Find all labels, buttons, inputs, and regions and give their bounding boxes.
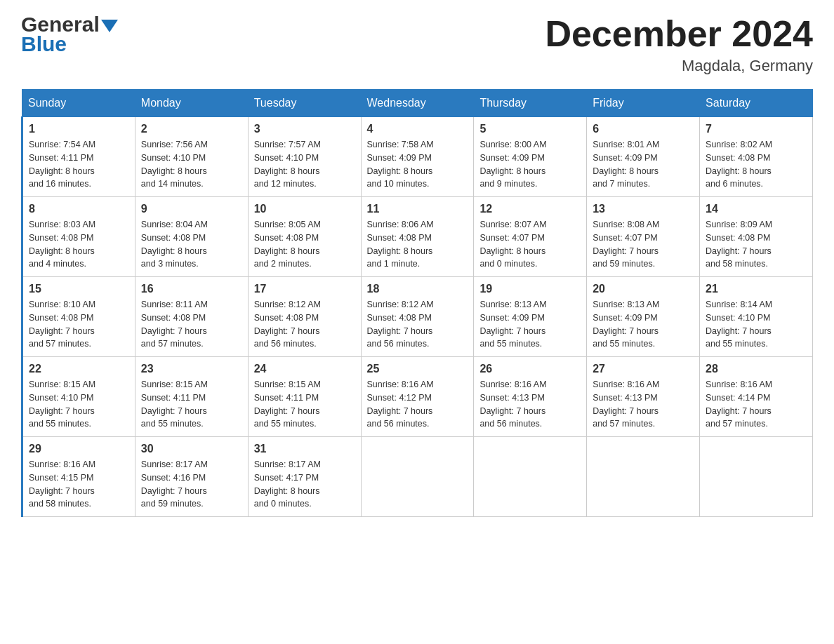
day-info: Sunrise: 8:08 AM Sunset: 4:07 PM Dayligh…	[593, 218, 694, 271]
logo: General Blue	[21, 14, 118, 55]
calendar-cell: 25Sunrise: 8:16 AM Sunset: 4:12 PM Dayli…	[361, 357, 474, 437]
day-info: Sunrise: 8:16 AM Sunset: 4:13 PM Dayligh…	[593, 378, 694, 431]
day-info: Sunrise: 7:57 AM Sunset: 4:10 PM Dayligh…	[254, 138, 355, 191]
weekday-header-sunday: Sunday	[22, 90, 135, 117]
day-number: 7	[706, 123, 807, 135]
calendar-cell: 8Sunrise: 8:03 AM Sunset: 4:08 PM Daylig…	[22, 197, 135, 277]
day-info: Sunrise: 8:15 AM Sunset: 4:10 PM Dayligh…	[29, 378, 129, 431]
week-row-5: 29Sunrise: 8:16 AM Sunset: 4:15 PM Dayli…	[22, 437, 813, 517]
calendar-cell	[700, 437, 813, 517]
weekday-header-tuesday: Tuesday	[248, 90, 361, 117]
calendar-cell: 3Sunrise: 7:57 AM Sunset: 4:10 PM Daylig…	[248, 117, 361, 197]
day-info: Sunrise: 8:16 AM Sunset: 4:14 PM Dayligh…	[706, 378, 807, 431]
day-number: 18	[367, 283, 468, 295]
day-info: Sunrise: 8:06 AM Sunset: 4:08 PM Dayligh…	[367, 218, 468, 271]
day-number: 10	[254, 203, 355, 215]
day-info: Sunrise: 8:04 AM Sunset: 4:08 PM Dayligh…	[141, 218, 242, 271]
calendar-cell: 28Sunrise: 8:16 AM Sunset: 4:14 PM Dayli…	[700, 357, 813, 437]
day-info: Sunrise: 8:07 AM Sunset: 4:07 PM Dayligh…	[479, 218, 581, 271]
day-info: Sunrise: 8:11 AM Sunset: 4:08 PM Dayligh…	[141, 298, 242, 351]
calendar-cell: 26Sunrise: 8:16 AM Sunset: 4:13 PM Dayli…	[474, 357, 587, 437]
day-number: 30	[141, 443, 242, 455]
day-info: Sunrise: 8:12 AM Sunset: 4:08 PM Dayligh…	[367, 298, 468, 351]
calendar-cell: 4Sunrise: 7:58 AM Sunset: 4:09 PM Daylig…	[361, 117, 474, 197]
calendar-cell: 12Sunrise: 8:07 AM Sunset: 4:07 PM Dayli…	[474, 197, 587, 277]
day-number: 4	[367, 123, 468, 135]
day-number: 23	[141, 363, 242, 375]
logo-arrow-icon	[101, 20, 118, 32]
day-number: 15	[29, 283, 129, 295]
calendar-cell: 27Sunrise: 8:16 AM Sunset: 4:13 PM Dayli…	[587, 357, 700, 437]
day-number: 31	[254, 443, 355, 455]
calendar-cell: 6Sunrise: 8:01 AM Sunset: 4:09 PM Daylig…	[587, 117, 700, 197]
day-number: 20	[593, 283, 694, 295]
day-info: Sunrise: 7:54 AM Sunset: 4:11 PM Dayligh…	[29, 138, 129, 191]
calendar-cell: 10Sunrise: 8:05 AM Sunset: 4:08 PM Dayli…	[248, 197, 361, 277]
week-row-1: 1Sunrise: 7:54 AM Sunset: 4:11 PM Daylig…	[22, 117, 813, 197]
day-info: Sunrise: 8:05 AM Sunset: 4:08 PM Dayligh…	[254, 218, 355, 271]
calendar-cell: 22Sunrise: 8:15 AM Sunset: 4:10 PM Dayli…	[22, 357, 135, 437]
day-info: Sunrise: 8:16 AM Sunset: 4:12 PM Dayligh…	[367, 378, 468, 431]
day-info: Sunrise: 8:17 AM Sunset: 4:16 PM Dayligh…	[141, 458, 242, 511]
calendar-cell: 19Sunrise: 8:13 AM Sunset: 4:09 PM Dayli…	[474, 277, 587, 357]
day-info: Sunrise: 8:10 AM Sunset: 4:08 PM Dayligh…	[29, 298, 129, 351]
week-row-2: 8Sunrise: 8:03 AM Sunset: 4:08 PM Daylig…	[22, 197, 813, 277]
day-info: Sunrise: 8:13 AM Sunset: 4:09 PM Dayligh…	[479, 298, 581, 351]
weekday-header-friday: Friday	[587, 90, 700, 117]
day-number: 29	[29, 443, 129, 455]
weekday-header-monday: Monday	[135, 90, 248, 117]
day-number: 13	[593, 203, 694, 215]
day-info: Sunrise: 8:12 AM Sunset: 4:08 PM Dayligh…	[254, 298, 355, 351]
day-info: Sunrise: 8:13 AM Sunset: 4:09 PM Dayligh…	[593, 298, 694, 351]
day-info: Sunrise: 8:09 AM Sunset: 4:08 PM Dayligh…	[706, 218, 807, 271]
day-number: 9	[141, 203, 242, 215]
day-number: 21	[706, 283, 807, 295]
day-info: Sunrise: 8:00 AM Sunset: 4:09 PM Dayligh…	[479, 138, 581, 191]
day-number: 2	[141, 123, 242, 135]
day-number: 26	[479, 363, 581, 375]
day-number: 1	[29, 123, 129, 135]
day-number: 8	[29, 203, 129, 215]
week-row-4: 22Sunrise: 8:15 AM Sunset: 4:10 PM Dayli…	[22, 357, 813, 437]
calendar-cell: 5Sunrise: 8:00 AM Sunset: 4:09 PM Daylig…	[474, 117, 587, 197]
day-info: Sunrise: 8:15 AM Sunset: 4:11 PM Dayligh…	[254, 378, 355, 431]
day-info: Sunrise: 8:15 AM Sunset: 4:11 PM Dayligh…	[141, 378, 242, 431]
day-info: Sunrise: 7:56 AM Sunset: 4:10 PM Dayligh…	[141, 138, 242, 191]
day-info: Sunrise: 8:16 AM Sunset: 4:13 PM Dayligh…	[479, 378, 581, 431]
calendar-cell: 23Sunrise: 8:15 AM Sunset: 4:11 PM Dayli…	[135, 357, 248, 437]
day-number: 24	[254, 363, 355, 375]
calendar-cell: 2Sunrise: 7:56 AM Sunset: 4:10 PM Daylig…	[135, 117, 248, 197]
day-number: 11	[367, 203, 468, 215]
day-info: Sunrise: 8:01 AM Sunset: 4:09 PM Dayligh…	[593, 138, 694, 191]
calendar-cell: 30Sunrise: 8:17 AM Sunset: 4:16 PM Dayli…	[135, 437, 248, 517]
weekday-header-thursday: Thursday	[474, 90, 587, 117]
logo-text-block: General Blue	[21, 14, 118, 55]
calendar-cell: 17Sunrise: 8:12 AM Sunset: 4:08 PM Dayli…	[248, 277, 361, 357]
calendar-cell: 9Sunrise: 8:04 AM Sunset: 4:08 PM Daylig…	[135, 197, 248, 277]
day-info: Sunrise: 8:17 AM Sunset: 4:17 PM Dayligh…	[254, 458, 355, 511]
calendar-cell: 15Sunrise: 8:10 AM Sunset: 4:08 PM Dayli…	[22, 277, 135, 357]
calendar-cell: 14Sunrise: 8:09 AM Sunset: 4:08 PM Dayli…	[700, 197, 813, 277]
title-area: December 2024 Magdala, Germany	[545, 14, 813, 75]
day-number: 25	[367, 363, 468, 375]
calendar-cell: 18Sunrise: 8:12 AM Sunset: 4:08 PM Dayli…	[361, 277, 474, 357]
day-number: 22	[29, 363, 129, 375]
calendar-cell: 13Sunrise: 8:08 AM Sunset: 4:07 PM Dayli…	[587, 197, 700, 277]
calendar-cell: 7Sunrise: 8:02 AM Sunset: 4:08 PM Daylig…	[700, 117, 813, 197]
calendar-cell: 20Sunrise: 8:13 AM Sunset: 4:09 PM Dayli…	[587, 277, 700, 357]
page-header: General Blue December 2024 Magdala, Germ…	[21, 14, 813, 75]
day-number: 17	[254, 283, 355, 295]
month-title: December 2024	[545, 14, 813, 54]
day-number: 27	[593, 363, 694, 375]
calendar-cell: 29Sunrise: 8:16 AM Sunset: 4:15 PM Dayli…	[22, 437, 135, 517]
day-number: 12	[479, 203, 581, 215]
calendar-cell	[474, 437, 587, 517]
day-number: 28	[706, 363, 807, 375]
day-number: 3	[254, 123, 355, 135]
calendar-cell	[361, 437, 474, 517]
day-info: Sunrise: 8:14 AM Sunset: 4:10 PM Dayligh…	[706, 298, 807, 351]
day-number: 16	[141, 283, 242, 295]
day-number: 14	[706, 203, 807, 215]
calendar-cell: 31Sunrise: 8:17 AM Sunset: 4:17 PM Dayli…	[248, 437, 361, 517]
day-info: Sunrise: 8:16 AM Sunset: 4:15 PM Dayligh…	[29, 458, 129, 511]
